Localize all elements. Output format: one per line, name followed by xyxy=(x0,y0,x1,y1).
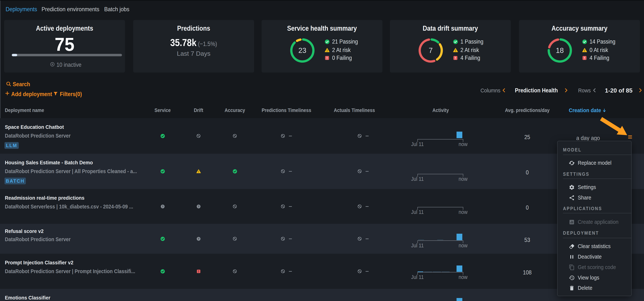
svg-text:7: 7 xyxy=(429,46,432,54)
svg-text:18: 18 xyxy=(556,46,564,54)
svg-text:?: ? xyxy=(162,205,163,208)
svg-text:23: 23 xyxy=(298,46,306,54)
svg-text:?: ? xyxy=(198,238,199,241)
svg-text:?: ? xyxy=(198,205,199,208)
